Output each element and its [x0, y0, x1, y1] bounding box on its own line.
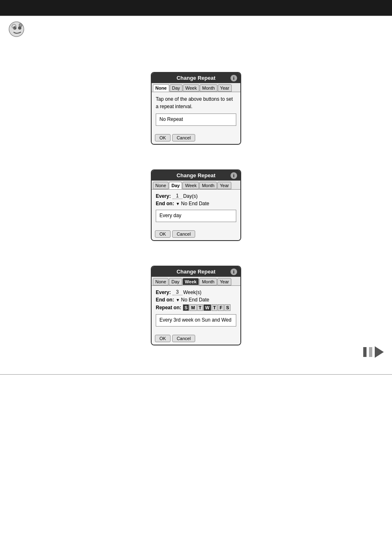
dialog1-ok-button[interactable]: OK	[155, 134, 171, 141]
dialog3-ok-button[interactable]: OK	[155, 335, 171, 342]
dialog2-preview: Every day	[156, 210, 236, 222]
dialog3-day-fri[interactable]: F	[218, 304, 224, 311]
dialog2-title: Change Repeat	[177, 172, 216, 178]
dialog2-container: Change Repeat i None Day Week Month Year…	[8, 169, 384, 253]
dialog1-tab-day[interactable]: Day	[170, 84, 183, 92]
dialog3: Change Repeat i None Day Week Month Year…	[151, 266, 241, 345]
dialog3-every-value[interactable]: 3	[173, 289, 182, 295]
dialog2-tab-week[interactable]: Week	[182, 182, 199, 189]
main-content: Change Repeat i None Day Week Month Year…	[0, 16, 392, 366]
dialog3-repeaton-label: Repeat on:	[156, 305, 181, 310]
dialog2-tab-year[interactable]: Year	[217, 182, 231, 189]
dialog2-footer: OK Cancel	[152, 229, 240, 240]
dialog3-day-sat[interactable]: S	[224, 304, 231, 311]
dialog3-titlebar: Change Repeat i	[152, 266, 240, 277]
dialog1-tabs: None Day Week Month Year	[152, 83, 240, 92]
dialog2-tabs: None Day Week Month Year	[152, 181, 240, 190]
dialog3-tabs: None Day Week Month Year	[152, 277, 240, 286]
dialog2-every-value[interactable]: 1	[173, 193, 182, 199]
dialog3-preview: Every 3rd week on Sun and Wed	[156, 314, 236, 327]
dialog3-every-unit: Week(s)	[183, 290, 201, 295]
dialog3-every-row: Every: 3 Week(s)	[156, 289, 236, 295]
dialog2: Change Repeat i None Day Week Month Year…	[151, 169, 241, 241]
dialog3-tab-none[interactable]: None	[153, 278, 168, 285]
dialog3-footer: OK Cancel	[152, 333, 240, 345]
dialog2-every-unit: Day(s)	[183, 193, 198, 199]
app-logo-icon	[8, 21, 25, 37]
dialog3-body: Every: 3 Week(s) End on: ▼ No End Date R…	[152, 286, 240, 333]
dialog2-dropdown-arrow-icon[interactable]: ▼	[176, 202, 180, 206]
dialog3-tab-week[interactable]: Week	[182, 278, 199, 285]
dialog3-endon-row: End on: ▼ No End Date	[156, 297, 236, 303]
nav-arrow-area	[363, 346, 384, 358]
nav-bar-light	[369, 347, 372, 357]
next-arrow-icon[interactable]	[375, 346, 384, 358]
dialog2-body: Every: 1 Day(s) End on: ▼ No End Date Ev…	[152, 190, 240, 229]
dialog2-info-icon[interactable]: i	[231, 172, 237, 179]
dialog1-footer: OK Cancel	[152, 132, 240, 144]
dialog1-titlebar: Change Repeat i	[152, 73, 240, 83]
dialog1-instruction: Tap one of the above buttons to set a re…	[156, 95, 236, 110]
dialog3-container: Change Repeat i None Day Week Month Year…	[8, 266, 384, 358]
dialog3-tab-month[interactable]: Month	[199, 278, 217, 285]
dialog1-preview: No Repeat	[156, 114, 236, 126]
dialog1-tab-month[interactable]: Month	[200, 84, 217, 92]
section-description	[8, 42, 384, 66]
bottom-divider	[0, 374, 392, 375]
dialog2-tab-none[interactable]: None	[153, 182, 168, 189]
dialog3-cancel-button[interactable]: Cancel	[172, 335, 195, 342]
dialog1-title: Change Repeat	[177, 75, 216, 81]
dialog2-every-label: Every:	[156, 193, 171, 199]
spacer1	[8, 157, 384, 169]
dialog1: Change Repeat i None Day Week Month Year…	[151, 72, 241, 145]
logo-area	[8, 21, 384, 37]
dialog3-day-tue[interactable]: T	[197, 304, 203, 311]
dialog3-endon-value: No End Date	[181, 297, 210, 303]
dialog3-dropdown-arrow-icon[interactable]: ▼	[176, 298, 180, 302]
dialog1-cancel-button[interactable]: Cancel	[172, 134, 195, 141]
dialog3-tab-year[interactable]: Year	[217, 278, 231, 285]
dialog3-endon-label: End on:	[156, 297, 174, 303]
dialog1-container: Change Repeat i None Day Week Month Year…	[8, 72, 384, 157]
dialog1-tab-none[interactable]: None	[153, 84, 169, 92]
dialog2-every-row: Every: 1 Day(s)	[156, 193, 236, 199]
dialog3-day-wed[interactable]: W	[203, 304, 211, 311]
dialog3-title: Change Repeat	[177, 269, 216, 275]
dialog2-ok-button[interactable]: OK	[155, 230, 171, 238]
dialog2-endon-label: End on:	[156, 201, 174, 206]
dialog1-info-icon[interactable]: i	[231, 75, 237, 81]
dialog1-tab-week[interactable]: Week	[183, 84, 199, 92]
header-bar	[0, 0, 392, 16]
spacer2	[8, 253, 384, 266]
dialog3-day-mon[interactable]: M	[189, 304, 196, 311]
dialog3-day-thu[interactable]: T	[212, 304, 218, 311]
dialog3-repeaton-row: Repeat on: S M T W T F S	[156, 304, 236, 311]
dialog3-info-icon[interactable]: i	[231, 269, 237, 275]
dialog2-cancel-button[interactable]: Cancel	[172, 230, 195, 238]
dialog2-endon-value: No End Date	[181, 201, 210, 206]
dialog2-endon-row: End on: ▼ No End Date	[156, 201, 236, 206]
dialog3-every-label: Every:	[156, 290, 171, 295]
dialog1-tab-year[interactable]: Year	[218, 84, 232, 92]
dialog3-day-sun[interactable]: S	[183, 304, 189, 311]
dialog2-tab-month[interactable]: Month	[199, 182, 217, 189]
dialog2-tab-day[interactable]: Day	[169, 182, 182, 189]
dialog1-body: Tap one of the above buttons to set a re…	[152, 92, 240, 132]
svg-point-4	[19, 23, 22, 27]
dialog3-tab-day[interactable]: Day	[169, 278, 182, 285]
nav-bar-dark	[363, 347, 367, 357]
dialog2-titlebar: Change Repeat i	[152, 170, 240, 181]
